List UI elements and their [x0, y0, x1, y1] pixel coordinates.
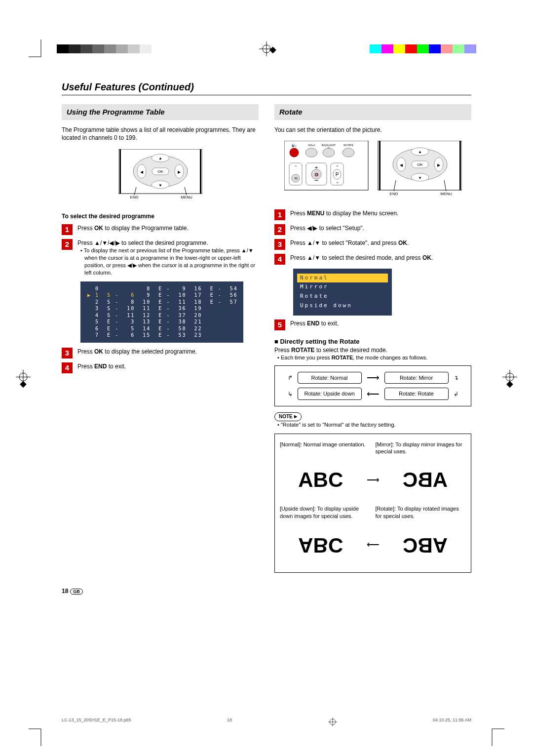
svg-text:MENU: MENU [440, 192, 452, 196]
registration-mark-left: ◆ [16, 369, 31, 387]
title-rule [62, 95, 471, 95]
svg-line-23 [134, 187, 136, 195]
svg-rect-51 [379, 141, 381, 190]
svg-text:▶: ▶ [437, 163, 441, 167]
registration-mark-right: ◆ [502, 369, 517, 387]
right-step-3: 3 Press ▲/▼ to select "Rotate", and pres… [274, 239, 471, 250]
svg-text:⌃: ⌃ [335, 165, 339, 169]
svg-point-31 [323, 148, 335, 157]
remote-diagram-right: ⏻ | I/II/I+II BACKLIGHT ROTATE ☼ ⟲ ⌃ + − [274, 141, 471, 202]
svg-text:END: END [389, 192, 398, 196]
note-text: • "Rotate" is set to "Normal" at the fac… [281, 421, 471, 429]
svg-text:P: P [335, 172, 339, 177]
abc-example-box: [Normal]: Normal image orientation. [Mir… [274, 434, 471, 573]
abc-mirror-desc: [Mirror]: To display mirror images for s… [376, 441, 466, 456]
flow-normal: Rotate: Normal [298, 372, 362, 384]
left-heading: Using the Programme Table [62, 104, 259, 120]
right-step-5: 5 Press END to exit. [274, 319, 471, 330]
flow-rotate: Rotate: Rotate [384, 388, 449, 400]
svg-text:▲: ▲ [418, 150, 422, 154]
svg-text:⏻ |: ⏻ | [292, 144, 297, 147]
direct-text: Press ROTATE to select the desired mode. [274, 346, 471, 354]
arrow-right-icon: ⟶ [367, 372, 380, 384]
abc-mirror: ABC [403, 466, 448, 494]
svg-text:🔇: 🔇 [314, 172, 318, 177]
left-step-1: 1 Press OK to display the Programme tabl… [62, 224, 259, 235]
svg-text:▼: ▼ [158, 183, 162, 188]
svg-text:▶: ▶ [178, 170, 181, 174]
svg-text:ROTATE: ROTATE [343, 144, 353, 147]
svg-line-65 [394, 180, 396, 191]
rotate-mode-list: NormalMirrorRotateUpside down [293, 269, 392, 316]
arrow-left-icon: ⟵ [367, 539, 380, 551]
footer: LC-13_15_20SH1E_E_P15-18.p65 18 04.10.25… [62, 717, 471, 726]
crop-mark [485, 726, 504, 746]
arrow-left-icon: ⟵ [367, 388, 380, 400]
right-step-1: 1 Press MENU to display the Menu screen. [274, 209, 471, 220]
select-heading: To select the desired programme [62, 212, 259, 220]
left-step-4: 4 Press END to exit. [62, 362, 259, 373]
svg-text:OK: OK [417, 162, 423, 167]
step-number: 1 [62, 224, 73, 235]
step-number: 3 [62, 348, 73, 358]
svg-text:END: END [130, 195, 138, 199]
svg-rect-10 [119, 149, 121, 194]
step-number: 3 [274, 239, 285, 250]
svg-text:I/II/I+II: I/II/I+II [307, 144, 314, 147]
arrow-right-icon: ⟶ [367, 474, 380, 486]
rotate-flow-diagram: ↱ Rotate: Normal ⟶ Rotate: Mirror ↴ ↳ Ro… [274, 365, 471, 407]
svg-line-67 [444, 180, 446, 191]
page-title: Useful Features (Continued) [62, 81, 471, 93]
svg-point-33 [343, 148, 354, 157]
svg-text:☼: ☼ [327, 146, 330, 149]
svg-text:▼: ▼ [418, 176, 422, 180]
ok-label: OK [157, 169, 163, 174]
svg-point-29 [305, 148, 317, 157]
remote-diagram-left: ▲ ▼ ◀ ▶ OK END MENU [62, 149, 259, 205]
svg-line-25 [185, 187, 187, 195]
svg-text:⟲: ⟲ [294, 176, 297, 181]
abc-normal: ABC [298, 466, 343, 494]
svg-rect-11 [200, 149, 201, 194]
step-number: 2 [274, 224, 285, 235]
svg-text:◀: ◀ [140, 170, 144, 174]
flow-upside: Rotate: Upside down [298, 388, 362, 400]
loop-arrow-icon: ↳ [288, 390, 293, 398]
step-number: 4 [274, 254, 285, 265]
left-intro: The Programme table shows a list of all … [62, 126, 259, 142]
direct-bullet: • Each time you press ROTATE, the mode c… [281, 354, 471, 361]
svg-text:▲: ▲ [158, 156, 162, 160]
abc-normal-desc: [Normal]: Normal image orientation. [280, 441, 371, 456]
right-intro: You can set the orientation of the pictu… [274, 126, 471, 134]
svg-point-27 [290, 148, 299, 157]
step-number: 1 [274, 209, 285, 220]
right-step-2: 2 Press ◀/▶ to select "Setup". [274, 224, 471, 235]
svg-text:◀: ◀ [400, 163, 403, 167]
abc-upside-desc: [Upside down]: To display upside down im… [280, 505, 371, 520]
programme-table: 0▶ 1 S - 6 2 S - 8 3 S - 10 4 S - 11 5 E… [80, 281, 243, 343]
svg-text:MENU: MENU [181, 195, 192, 199]
left-step-2: 2 Press ▲/▼/◀/▶ to select the desired pr… [62, 239, 259, 277]
left-step-3: 3 Press OK to display the selected progr… [62, 348, 259, 358]
right-heading: Rotate [274, 104, 471, 120]
crop-mark [29, 40, 48, 59]
step-number: 5 [274, 319, 285, 330]
abc-upside: ABC [298, 531, 343, 559]
note-tag: NOTE [274, 412, 302, 421]
page-number: 18GB [62, 588, 471, 595]
svg-text:⌃: ⌃ [294, 165, 297, 169]
abc-rotate: ABC [403, 531, 448, 559]
loop-arrow-icon: ↴ [454, 374, 458, 382]
step-number: 2 [62, 239, 73, 250]
loop-arrow-icon: ↲ [454, 390, 458, 398]
svg-rect-52 [459, 141, 461, 190]
right-step-4: 4 Press ▲/▼ to select the desired mode, … [274, 254, 471, 265]
step-number: 4 [62, 362, 73, 373]
crop-mark [29, 726, 48, 746]
loop-arrow-icon: ↱ [288, 374, 293, 382]
direct-heading: Directly setting the Rotate [274, 337, 471, 346]
flow-mirror: Rotate: Mirror [384, 372, 449, 384]
svg-text:⌄: ⌄ [335, 180, 339, 184]
abc-rotate-desc: [Rotate]: To display rotated images for … [376, 505, 466, 520]
